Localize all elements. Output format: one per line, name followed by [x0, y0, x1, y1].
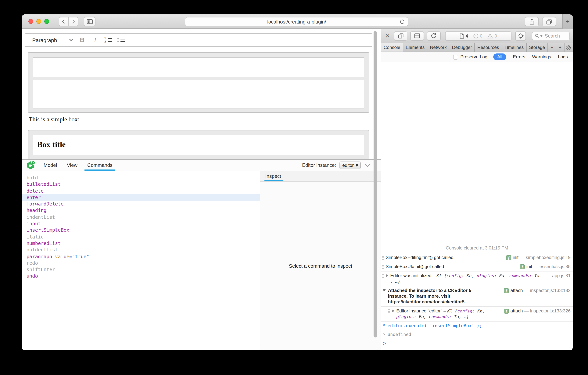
tab-commands[interactable]: Commands [87, 160, 113, 171]
bold-button[interactable]: B [78, 35, 87, 44]
tab-network[interactable]: Network [428, 43, 450, 52]
console-text-run: Ta, …} [452, 314, 469, 319]
add-tab-button[interactable]: + [556, 43, 565, 52]
page-scrollbar-thumb[interactable] [374, 31, 377, 337]
simple-box-description-field[interactable] [33, 80, 364, 109]
simple-box-widget-selected[interactable] [28, 52, 369, 113]
issues-summary[interactable]: 4 0 0 [445, 31, 512, 40]
filter-all[interactable]: All [494, 54, 506, 60]
editor-instance-select[interactable]: editor [339, 161, 361, 169]
disclosure-collapsed-icon[interactable] [386, 274, 388, 277]
preserve-log-checkbox[interactable] [453, 55, 458, 59]
tab-overview-button[interactable] [542, 17, 556, 26]
command-item-insertSimpleBox[interactable]: insertSimpleBox [21, 227, 260, 233]
console-message-text: Attached the inspector to a CKEditor 5in… [388, 288, 501, 305]
command-item-indentList[interactable]: indentList [21, 214, 260, 221]
chevron-down-icon [69, 39, 73, 41]
new-tab-button[interactable]: + [562, 14, 573, 29]
element-picker-button[interactable] [515, 31, 526, 40]
console-text-run: Ea, [416, 314, 429, 319]
command-item-numberedList[interactable]: numberedList [21, 240, 260, 247]
disclosure-expanded-icon[interactable] [383, 289, 386, 292]
console-source-link[interactable]: — essentials.js:35 [534, 264, 571, 270]
command-item-outdentList[interactable]: outdentList [21, 247, 260, 253]
tab-model[interactable]: Model [43, 160, 57, 171]
reload-icon[interactable] [399, 19, 405, 25]
close-inspector-button[interactable]: ✕ [384, 33, 391, 39]
command-item-italic[interactable]: italic [21, 233, 260, 240]
bold-icon: B [80, 36, 85, 44]
console-source-link[interactable]: — inspector.js:133:182 [524, 288, 571, 294]
gear-icon [566, 44, 572, 50]
command-item-input[interactable]: input [21, 220, 260, 227]
console-prompt[interactable]: > [381, 339, 573, 350]
simple-box-title-field[interactable] [33, 57, 364, 77]
numbered-list-button[interactable]: 1 2 [104, 35, 113, 44]
paragraph-style-label: Paragraph [32, 37, 57, 43]
command-item-enter[interactable]: enter [21, 194, 260, 201]
tab-resources[interactable]: Resources [475, 43, 502, 52]
zoom-window-button[interactable] [44, 19, 49, 24]
collapse-inspector-button[interactable] [364, 163, 371, 168]
console-source-link[interactable]: — simpleboxediting.js:19 [520, 255, 571, 261]
console-function-name: attach [510, 288, 523, 294]
italic-button[interactable]: I [91, 35, 100, 44]
search-scope-caret-icon [540, 35, 543, 37]
search-icon [535, 34, 539, 38]
paragraph-style-dropdown[interactable]: Paragraph [25, 34, 74, 46]
tab-inspect[interactable]: Inspect [260, 171, 286, 181]
forward-button[interactable] [69, 17, 78, 26]
dock-bottom-button[interactable] [410, 31, 424, 40]
console-message-meta: fattach— inspector.js:133:326 [504, 308, 571, 314]
console-message[interactable]: Editor instance "editor" – Kl {config: K… [381, 306, 573, 321]
filter-logs[interactable]: Logs [558, 54, 568, 60]
tab-view[interactable]: View [67, 160, 77, 171]
tab-debugger[interactable]: Debugger [450, 43, 475, 52]
paragraph-text[interactable]: This is a simple box: [29, 116, 79, 123]
disclosure-collapsed-icon[interactable] [392, 309, 394, 312]
close-window-button[interactable] [28, 19, 33, 24]
settings-button[interactable] [565, 43, 573, 52]
address-bar[interactable]: localhost/creating-a-plugin/ [185, 17, 409, 26]
tab-console[interactable]: Console [381, 43, 403, 52]
console-source-link[interactable]: — inspector.js:133:326 [524, 308, 571, 314]
console-message-text: Editor instance "editor" – Kl {config: K… [396, 308, 501, 320]
console-source-link[interactable]: app.js:31 [552, 273, 571, 279]
tab-elements[interactable]: Elements [403, 43, 427, 52]
console-text-run: SimpleBoxUI#init() got called [386, 264, 444, 269]
page-viewport: Paragraph B I 1 2 [21, 29, 381, 350]
command-item-bold[interactable]: bold [21, 174, 260, 181]
console-text-run: – [443, 308, 447, 314]
console-link[interactable]: https://ckeditor.com/docs/ckeditor5 [388, 299, 464, 305]
command-item-shiftEnter[interactable]: shiftEnter [21, 266, 260, 273]
command-item-delete[interactable]: delete [21, 188, 260, 194]
console-message[interactable]: Attached the inspector to a CKEditor 5in… [381, 286, 573, 306]
console-message: SimpleBoxUI#init() got calledfinit— esse… [381, 262, 573, 271]
minimize-window-button[interactable] [36, 19, 41, 24]
command-item-bulletedList[interactable]: bulletedList [21, 181, 260, 188]
more-tabs-button[interactable]: » [548, 43, 556, 52]
console-message-meta: finit— essentials.js:35 [520, 264, 571, 270]
command-item-undo[interactable]: undo [21, 273, 260, 279]
filter-warnings[interactable]: Warnings [532, 54, 551, 60]
filter-errors[interactable]: Errors [513, 54, 525, 60]
command-item-heading[interactable]: heading [21, 207, 260, 214]
reload-page-button[interactable] [427, 31, 441, 40]
command-item-paragraph[interactable]: paragraph value="true" [21, 253, 260, 260]
tab-timelines[interactable]: Timelines [502, 43, 527, 52]
function-badge-icon: f [504, 309, 509, 314]
inspector-search-field[interactable]: Search [532, 32, 570, 40]
back-button[interactable] [59, 17, 69, 26]
bulleted-list-button[interactable] [116, 35, 126, 44]
console-text-run: Attached the inspector to a CKEditor 5 [388, 288, 471, 293]
tab-storage[interactable]: Storage [527, 43, 548, 52]
command-item-forwardDelete[interactable]: forwardDelete [21, 201, 260, 207]
editor-instance-value: editor [342, 163, 354, 168]
dock-side-button[interactable] [394, 31, 408, 40]
simple-box-title-field-2[interactable]: Box title [33, 135, 364, 155]
console-message[interactable]: Editor was initialized – Kl {config: Kn,… [381, 271, 573, 286]
reload-icon [430, 33, 437, 39]
share-button[interactable] [525, 17, 539, 26]
command-item-redo[interactable]: redo [21, 260, 260, 266]
sidebar-toggle-button[interactable] [84, 17, 95, 26]
